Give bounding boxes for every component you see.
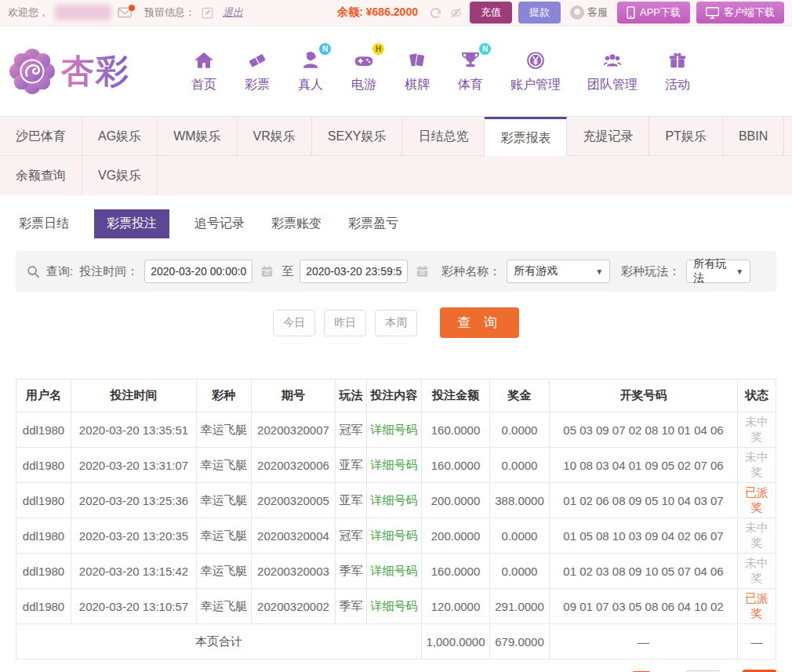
cell-game: 幸运飞艇 — [197, 554, 252, 589]
cell-issue: 20200320004 — [252, 518, 336, 554]
main-nav-item-体育[interactable]: N 体育 — [457, 49, 484, 93]
detail-numbers-link[interactable]: 详细号码 — [371, 599, 418, 612]
cell-amount: 160.0000 — [422, 448, 490, 483]
report-tab-VR娱乐[interactable]: VR娱乐 — [238, 117, 312, 156]
report-tab-账变报表[interactable]: 账变报表 — [784, 117, 792, 156]
report-tab-VG娱乐[interactable]: VG娱乐 — [82, 156, 158, 195]
calendar-icon[interactable] — [416, 265, 429, 278]
mail-unread-dot — [129, 5, 135, 11]
game-select[interactable]: 所有游戏 ▼ — [507, 260, 610, 283]
trophy-icon — [460, 50, 481, 71]
col-header-投注内容: 投注内容 — [367, 380, 422, 412]
sub-tab-彩票盈亏[interactable]: 彩票盈亏 — [347, 209, 400, 238]
time-to-input[interactable] — [300, 260, 408, 283]
detail-numbers-link[interactable]: 详细号码 — [371, 529, 418, 542]
report-tab-PT娱乐[interactable]: PT娱乐 — [649, 117, 722, 156]
sub-tab-彩票日结[interactable]: 彩票日结 — [17, 209, 71, 238]
cell-prize: 388.0000 — [490, 483, 550, 518]
report-tab-余额查询[interactable]: 余额查询 — [0, 156, 82, 195]
main-nav-item-团队管理[interactable]: 团队管理 — [587, 49, 638, 93]
main-nav-item-棋牌[interactable]: 棋牌 — [404, 49, 431, 93]
report-tab-WM娱乐[interactable]: WM娱乐 — [158, 117, 237, 156]
report-tab-日结总览[interactable]: 日结总览 — [402, 117, 485, 156]
today-button[interactable]: 今日 — [273, 310, 315, 336]
main-nav-item-真人[interactable]: N 真人 — [297, 49, 324, 93]
chevron-down-icon: ▼ — [736, 267, 743, 276]
detail-numbers-link[interactable]: 详细号码 — [371, 564, 418, 577]
cell-username: ddl1980 — [16, 554, 71, 589]
mail-icon[interactable] — [118, 7, 132, 18]
week-button[interactable]: 本周 — [375, 310, 417, 336]
table-row: ddl1980 2020-03-20 13:20:35 幸运飞艇 2020032… — [16, 518, 776, 554]
sub-tab-彩票投注[interactable]: 彩票投注 — [94, 209, 169, 238]
cell-issue: 20200320006 — [252, 448, 336, 483]
cell-issue: 20200320002 — [252, 589, 336, 624]
time-from-input[interactable] — [144, 260, 252, 283]
cell-prize: 0.0000 — [490, 518, 550, 554]
recharge-button[interactable]: 充值 — [470, 2, 512, 24]
ticket-icon — [246, 50, 268, 71]
hide-balance-icon[interactable] — [449, 6, 463, 20]
report-tab-彩票报表[interactable]: 彩票报表 — [485, 117, 567, 156]
play-type-label: 彩种玩法： — [621, 264, 680, 279]
main-nav-label: 电游 — [351, 77, 376, 93]
app-download-button[interactable]: APP下载 — [617, 2, 690, 24]
preserved-info-label: 预留信息： — [144, 5, 195, 20]
detail-numbers-link[interactable]: 详细号码 — [371, 423, 418, 436]
cell-draw-numbers: 09 01 07 03 05 08 06 04 10 02 — [550, 589, 738, 624]
brand-logo[interactable]: 杏彩 — [8, 47, 176, 96]
cell-bet-time: 2020-03-20 13:15:42 — [71, 554, 197, 589]
main-nav: 首页 彩票 N 真人 H 电游 棋牌 N 体育 — [191, 49, 691, 93]
chevron-down-icon: ▼ — [595, 267, 603, 276]
gamepad-icon — [352, 50, 376, 71]
refresh-balance-icon[interactable] — [429, 6, 442, 20]
report-tab-充提记录[interactable]: 充提记录 — [567, 117, 649, 156]
cell-game: 幸运飞艇 — [197, 518, 252, 554]
main-nav-label: 棋牌 — [405, 77, 430, 93]
report-tab-SEXY娱乐[interactable]: SEXY娱乐 — [312, 117, 403, 156]
nav-badge: H — [372, 43, 384, 55]
sub-tab-彩票账变[interactable]: 彩票账变 — [270, 209, 323, 238]
cell-bet-time: 2020-03-20 13:25:36 — [71, 483, 197, 518]
cell-play: 亚军 — [336, 483, 367, 518]
report-tab-AG娱乐[interactable]: AG娱乐 — [82, 117, 158, 156]
status-link[interactable]: 未中奖 — [745, 556, 768, 584]
play-select[interactable]: 所有玩法 ▼ — [686, 260, 750, 283]
calendar-icon[interactable] — [260, 265, 274, 278]
status-link[interactable]: 未中奖 — [745, 450, 768, 478]
detail-numbers-link[interactable]: 详细号码 — [371, 493, 418, 507]
main-nav-label: 真人 — [298, 77, 323, 93]
cell-prize: 0.0000 — [490, 554, 550, 589]
edit-icon[interactable] — [202, 7, 213, 19]
cell-draw-numbers: 01 05 08 10 03 09 04 02 06 07 — [550, 518, 738, 554]
report-tabrow-2: 余额查询VG娱乐 — [0, 156, 792, 195]
cell-bet-time: 2020-03-20 13:10:57 — [71, 589, 197, 624]
main-nav-item-首页[interactable]: 首页 — [191, 49, 217, 93]
col-header-用户名: 用户名 — [16, 380, 71, 412]
report-tab-BBIN[interactable]: BBIN — [723, 117, 784, 156]
client-download-label: 客户端下载 — [724, 5, 775, 20]
report-tab-沙巴体育[interactable]: 沙巴体育 — [0, 117, 82, 156]
status-link[interactable]: 已派奖 — [745, 591, 768, 619]
withdraw-button[interactable]: 提款 — [518, 2, 561, 24]
gift-icon — [667, 50, 688, 71]
summary-prize: 679.0000 — [490, 624, 550, 659]
main-nav-item-活动[interactable]: 活动 — [664, 49, 691, 93]
logout-link[interactable]: 退出 — [223, 5, 243, 20]
sub-tab-追号记录[interactable]: 追号记录 — [193, 209, 246, 238]
main-nav-item-电游[interactable]: H 电游 — [351, 49, 377, 93]
search-button[interactable]: 查 询 — [440, 307, 519, 338]
status-link[interactable]: 已派奖 — [745, 485, 768, 514]
main-nav-item-彩票[interactable]: 彩票 — [244, 49, 271, 93]
detail-numbers-link[interactable]: 详细号码 — [371, 458, 418, 471]
client-download-button[interactable]: 客户端下载 — [696, 2, 784, 24]
yesterday-button[interactable]: 昨日 — [324, 310, 366, 336]
cell-game: 幸运飞艇 — [197, 483, 252, 518]
cell-draw-numbers: 05 03 09 07 02 08 10 01 04 06 — [550, 412, 738, 448]
cell-issue: 20200320007 — [252, 412, 336, 448]
status-link[interactable]: 未中奖 — [745, 521, 768, 549]
main-nav-item-账户管理[interactable]: 账户管理 — [510, 49, 561, 93]
status-link[interactable]: 未中奖 — [745, 415, 768, 443]
cell-issue: 20200320005 — [252, 483, 336, 518]
customer-service-button[interactable]: 客服 — [570, 5, 608, 20]
